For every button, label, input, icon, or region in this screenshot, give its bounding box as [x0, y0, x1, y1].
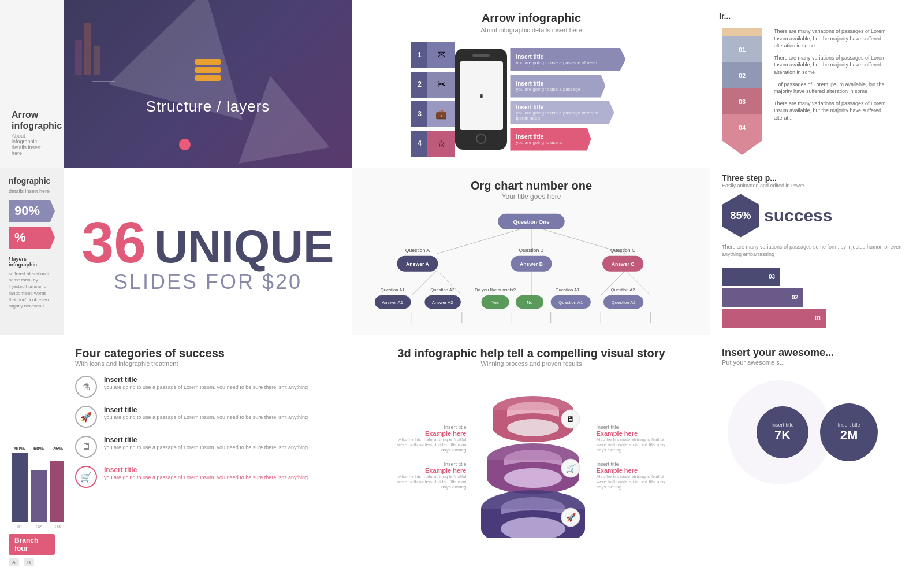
bar-col-2: 60% 02 [31, 446, 47, 529]
stat-circle-val-2: 2M [840, 428, 858, 443]
pencil-tip [722, 140, 762, 155]
unique-number: 36 [82, 210, 146, 275]
arrow-pct-2: 60% [610, 80, 631, 92]
arrow-bg-4: Insert title you are going to use a [510, 128, 591, 151]
cat-text-1: Insert title you are going to use a pass… [104, 376, 308, 391]
threed-right-labels: Insert title Example here Also he his ma… [597, 424, 672, 490]
num-icon-col: 1 ✉ 2 ✂ 3 💼 4 ☆ [411, 42, 455, 157]
unique-sub: SLIDES FOR $20 [82, 270, 334, 294]
arrow-bar-2: Insert title you are going to use a pass… [510, 75, 651, 98]
phone-device: 📱 [455, 49, 507, 150]
svg-text:Question A1: Question A1 [381, 287, 405, 292]
pencil-seg-4: 04 [722, 114, 762, 140]
pyramid-bar-01: 01 [722, 309, 826, 328]
snippet-layers-label: / layers infographic [9, 256, 55, 268]
cell-structure-layers: Structure / layers [64, 0, 352, 168]
arrow-content-4: Insert title you are going to use a [516, 134, 561, 145]
snippet-90-pct: 90% [9, 200, 55, 222]
arrow-title-4: Insert title [516, 134, 561, 140]
cell-org-chart: Org chart number one Your title goes her… [352, 168, 710, 335]
cat-item-3: 🖥 Insert title you are going to use a pa… [75, 436, 308, 458]
threed-sub-2: Also he his male airtring is fruitful we… [392, 474, 467, 490]
phone-slide-sub: About infographic details insert here [480, 27, 582, 34]
pencil-visual: 01 02 03 04 [719, 28, 765, 155]
org-chart-svg: Question One Question A Question B Quest… [364, 209, 699, 335]
decorative-line [92, 81, 116, 82]
bar-3 [50, 461, 64, 522]
pyramid-bar-03: 03 [722, 268, 780, 286]
cat-icon-flask: ⚗ [75, 376, 97, 398]
arrow-bg-1: Insert title you are going to use a pass… [510, 48, 625, 71]
awesome-visual: Insert title 7K Insert title 2M [722, 375, 912, 490]
cat-sub-3: you are going to use a passage of Lorem … [104, 444, 308, 451]
four-cat-sub: With icons and infographic treatment [75, 360, 178, 367]
svg-text:Yes: Yes [491, 300, 499, 305]
arrow-sub-2: you are going to use a passage [516, 87, 580, 92]
svg-text:Question One: Question One [513, 218, 550, 225]
arrow-content-1: Insert title you are going to use a pass… [516, 54, 597, 65]
threed-title: 3d infographic help tell a compelling vi… [397, 347, 665, 360]
arrow-bar-1: Insert title you are going to use a pass… [510, 48, 651, 71]
svg-text:Question A2: Question A2 [611, 287, 635, 292]
cat-text-3: Insert title you are going to use a pass… [104, 436, 308, 451]
success-title: success [764, 206, 832, 225]
bg-triangle-2 [225, 68, 330, 164]
pencil-text-4: There are many variations of passages of… [774, 100, 889, 122]
snippet-infographic-sub: About infographic details insert here [12, 133, 52, 156]
svg-line-3 [437, 226, 531, 254]
bar-pct-1: 90% [14, 446, 25, 451]
cat-title-3: Insert title [104, 436, 308, 444]
unique-number-word-row: 36 UNIQUE [82, 209, 334, 276]
success-text: There are many variations of passages so… [722, 243, 912, 259]
layers-icon [191, 52, 225, 89]
success-header-row: 85% success [722, 194, 832, 238]
svg-text:Question B: Question B [519, 247, 544, 253]
cat-text-4: Insert title you are going to use a pass… [104, 466, 308, 481]
cat-sub-1: you are going to use a passage of Lorem … [104, 384, 308, 391]
snippet-infographic-title: Arrow infographic [12, 109, 52, 131]
arrow-sub-4: you are going to use a [516, 140, 561, 145]
svg-text:No: No [527, 300, 532, 305]
success-hex: 85% [722, 194, 759, 238]
cat-item-4: 🛒 Insert title you are going to use a pa… [75, 466, 308, 488]
pyramid-row-3: 03 [722, 268, 826, 286]
pencil-texts: There are many variations of passages of… [774, 28, 889, 122]
svg-text:Question A2: Question A2 [430, 287, 454, 292]
pyramid-wrap: 03 02 01 [722, 268, 826, 330]
cell-r1c1: Arrow infographic About infographic deta… [0, 0, 64, 168]
bar-pct-3: 75% [53, 446, 63, 451]
threed-label-title-2: Insert title [392, 461, 467, 467]
pencil-seg-3: 03 [722, 88, 762, 114]
svg-text:Answer C: Answer C [612, 261, 635, 267]
pencil-seg-2: 02 [722, 62, 762, 88]
svg-text:Answer A2: Answer A2 [432, 300, 453, 305]
arrow-pct-1: 90% [630, 53, 651, 65]
pencil-seg-1: 01 [722, 36, 762, 62]
pink-dot [179, 139, 191, 150]
threed-content-wrap: Insert title Example here Also he his ma… [364, 376, 699, 538]
cat-icon-rocket: 🚀 [75, 406, 97, 428]
cat-item-2: 🚀 Insert title you are going to use a pa… [75, 406, 308, 428]
svg-text:Answer B: Answer B [520, 261, 543, 267]
cat-title-4: Insert title [104, 466, 308, 474]
phone-screen-content: 📱 [479, 94, 483, 98]
slide-title: Structure / layers [146, 98, 270, 116]
svg-text:🚀: 🚀 [565, 513, 576, 523]
unique-wrap: 36 UNIQUE SLIDES FOR $20 [65, 192, 352, 312]
bar-1 [12, 453, 28, 522]
arrow-title-2: Insert title [516, 80, 580, 87]
cat-text-2: Insert title you are going to use a pass… [104, 406, 308, 421]
sub-node-a: A [9, 558, 19, 566]
awesome-title: Insert your awesome... [722, 347, 834, 359]
cat-title-2: Insert title [104, 406, 308, 414]
cell-four-categories: Four categories of success With icons an… [64, 335, 352, 578]
phone-home-button [476, 134, 486, 144]
threed-donuts-svg: 🖥 🛒 🚀 [475, 376, 591, 538]
arrow-content-2: Insert title you are going to use a pass… [516, 80, 580, 92]
cell-barchart: 90% 01 60% 02 75% 03 50% 04 [0, 335, 64, 578]
snippet-body-text: suffered alteration in some form, by inj… [9, 271, 55, 309]
svg-text:Question C: Question C [610, 247, 635, 253]
four-cat-title: Four categories of success [75, 347, 225, 360]
snippet-details-label: details insert here [9, 188, 55, 194]
phone-nums-col: 1 ✉ 2 ✂ 3 💼 4 ☆ [411, 42, 455, 157]
